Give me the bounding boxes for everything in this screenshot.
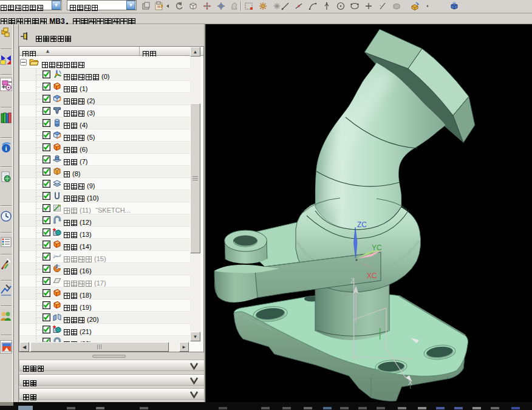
svg-text:ZC: ZC [357,220,367,229]
svg-text:XC: XC [367,272,377,280]
svg-text:Z: Z [350,277,355,284]
svg-text:i: i [5,145,7,152]
svg-text:X: X [408,380,412,386]
svg-text:YC: YC [372,244,382,252]
